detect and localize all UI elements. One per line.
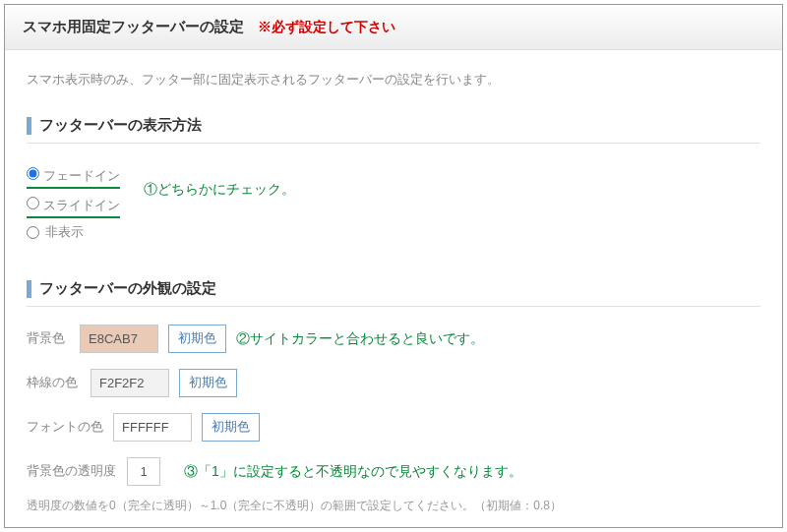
panel-warning: ※必ず設定して下さい <box>258 19 395 36</box>
panel-title: スマホ用固定フッターバーの設定 <box>23 18 244 36</box>
annotation-2: ②サイトカラーと合わせると良いです。 <box>236 330 484 348</box>
radio-slidein[interactable] <box>27 197 39 209</box>
label-bordercolor: 枠線の色 <box>27 375 81 391</box>
radio-fadein-row[interactable]: フェードイン <box>27 161 120 189</box>
radio-fadein-label[interactable]: フェードイン <box>43 168 120 183</box>
radio-hidden[interactable] <box>27 226 39 239</box>
radio-hidden-label[interactable]: 非表示 <box>45 223 84 241</box>
radio-slidein-row[interactable]: スライドイン <box>27 191 120 218</box>
panel-body: スマホ表示時のみ、フッター部に固定表示されるフッターバーの設定を行います。 フッ… <box>5 50 782 524</box>
opacity-helper-text: 透明度の数値を0（完全に透明）～1.0（完全に不透明）の範囲で設定してください。… <box>27 498 760 514</box>
section-appearance-title: フッターバーの外観の設定 <box>39 279 216 298</box>
section-display-title: フッターバーの表示方法 <box>39 116 202 135</box>
row-bgcolor: 背景色 初期色 ②サイトカラーと合わせると良いです。 <box>27 325 760 353</box>
radio-slidein-label[interactable]: スライドイン <box>43 198 120 212</box>
input-bgcolor[interactable] <box>80 325 158 353</box>
row-bordercolor: 枠線の色 初期色 <box>27 369 760 397</box>
annotation-3: ③「1」に設定すると不透明なので見やすくなります。 <box>184 463 522 481</box>
annotation-1: ①どちらかにチェック。 <box>144 181 295 199</box>
display-method-group: フェードイン スライドイン ①どちらかにチェック。 非表示 <box>27 161 760 246</box>
row-fontcolor: フォントの色 初期色 <box>27 413 760 442</box>
row-opacity: 背景色の透明度 ③「1」に設定すると不透明なので見やすくなります。 <box>27 457 760 486</box>
heading-accent-bar-2 <box>27 280 31 298</box>
reset-fontcolor-button[interactable]: 初期色 <box>202 413 260 442</box>
label-bgcolor: 背景色 <box>27 330 70 347</box>
reset-bgcolor-button[interactable]: 初期色 <box>168 325 226 353</box>
input-bordercolor[interactable] <box>91 369 169 397</box>
panel-description: スマホ表示時のみ、フッター部に固定表示されるフッターバーの設定を行います。 <box>27 72 760 89</box>
label-opacity: 背景色の透明度 <box>27 463 117 480</box>
reset-bordercolor-button[interactable]: 初期色 <box>179 369 237 397</box>
label-fontcolor: フォントの色 <box>27 419 103 436</box>
input-fontcolor[interactable] <box>113 413 192 442</box>
panel-header: スマホ用固定フッターバーの設定 ※必ず設定して下さい <box>5 5 782 50</box>
section-appearance-heading: フッターバーの外観の設定 <box>27 279 760 307</box>
heading-accent-bar <box>27 117 31 135</box>
section-display-heading: フッターバーの表示方法 <box>27 116 760 144</box>
radio-hidden-row[interactable]: 非表示 <box>27 218 760 246</box>
settings-panel: スマホ用固定フッターバーの設定 ※必ず設定して下さい スマホ表示時のみ、フッター… <box>4 4 783 528</box>
input-opacity[interactable] <box>127 457 160 486</box>
radio-fadein[interactable] <box>27 167 39 180</box>
